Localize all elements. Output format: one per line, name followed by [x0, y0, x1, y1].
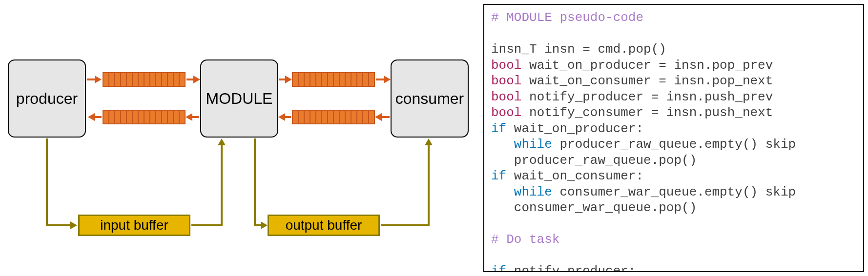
consumer-node: consumer: [391, 59, 469, 138]
input-buffer-box: input buffer: [78, 215, 190, 236]
arrow-seg: [221, 145, 223, 226]
arrow-seg: [376, 79, 384, 80]
module-label: MODULE: [206, 90, 273, 108]
code-panel: # MODULE pseudo-code insn_T insn = cmd.p…: [483, 4, 864, 272]
arrow-seg: [87, 79, 95, 80]
arrow-seg: [428, 145, 430, 226]
arrow-seg: [46, 138, 48, 224]
arrow-seg: [191, 224, 221, 226]
arrow-head-right-icon: [193, 76, 200, 83]
output-buffer-box: output buffer: [268, 215, 380, 236]
input-buffer-label: input buffer: [100, 217, 168, 233]
arrow-head-left-icon: [88, 113, 95, 121]
arrow-head-right-icon: [70, 221, 77, 229]
arrow-head-right-icon: [95, 76, 102, 83]
arrow-head-up-icon: [425, 138, 433, 145]
arrow-seg: [254, 224, 261, 226]
arrow-head-right-icon: [384, 76, 391, 83]
code-block: # MODULE pseudo-code insn_T insn = cmd.p…: [491, 10, 856, 272]
queue-producer-to-module: [103, 72, 186, 87]
arrow-head-left-icon: [186, 113, 192, 121]
module-node: MODULE: [200, 59, 278, 138]
queue-module-to-producer: [103, 110, 186, 124]
arrow-head-left-icon: [375, 113, 382, 121]
producer-node: producer: [8, 59, 86, 138]
producer-label: producer: [16, 90, 78, 108]
arrow-seg: [254, 138, 256, 224]
queue-consumer-to-module: [292, 110, 375, 124]
queue-module-to-consumer: [292, 72, 375, 87]
output-buffer-label: output buffer: [286, 217, 362, 233]
arrow-head-up-icon: [218, 138, 226, 145]
consumer-label: consumer: [395, 90, 464, 108]
arrow-seg: [46, 224, 70, 226]
arrow-seg: [279, 79, 285, 80]
arrow-seg: [285, 116, 291, 118]
arrow-head-right-icon: [285, 76, 292, 83]
arrow-seg: [382, 116, 390, 118]
arrow-seg: [381, 224, 428, 226]
arrow-head-left-icon: [278, 113, 285, 121]
arrow-seg: [192, 116, 199, 118]
arrow-seg: [95, 116, 102, 118]
arrow-seg: [186, 79, 193, 80]
diagram-canvas: producer MODULE consumer input buffer ou…: [0, 0, 478, 276]
arrow-head-right-icon: [261, 221, 268, 229]
